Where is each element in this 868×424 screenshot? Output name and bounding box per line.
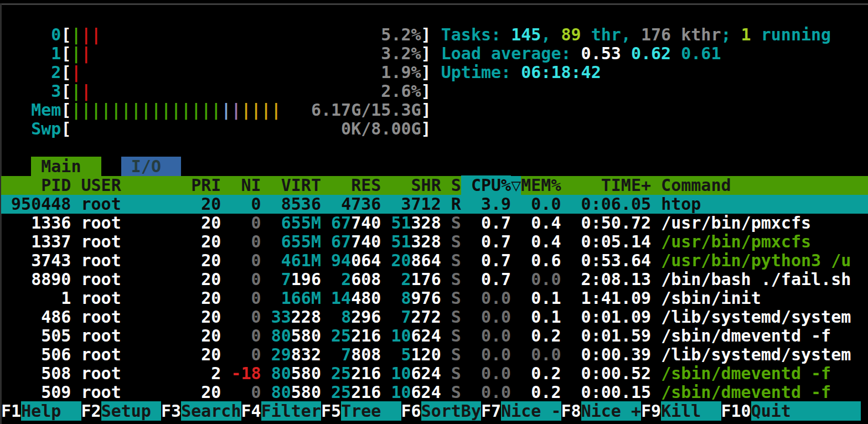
fkey-label-F3[interactable]: Search — [181, 401, 241, 421]
column-header-res[interactable]: RES — [331, 175, 381, 195]
spacer — [221, 251, 231, 270]
process-row-1337[interactable]: 1337 root 20 0 655M 67740 51328 S 0.7 0.… — [1, 232, 868, 251]
cell-pri: 20 — [191, 288, 221, 308]
spacer — [181, 364, 191, 383]
cell-virt: 8536 — [281, 194, 321, 214]
fkey-label-F8[interactable]: Nice + — [581, 401, 641, 421]
column-header-pid[interactable]: PID — [1, 175, 71, 195]
spacer — [181, 251, 191, 270]
meter-close-bracket: ] — [421, 119, 431, 138]
process-row-506[interactable]: 506 root 20 0 29832 7808 5120 S 0.0 0.0 … — [1, 345, 868, 364]
spacer — [461, 232, 471, 251]
column-header-user[interactable]: USER — [81, 175, 182, 195]
cell-mem: 0.2 — [521, 326, 561, 345]
spacer — [461, 326, 471, 345]
spacer — [561, 194, 571, 214]
spacer — [511, 213, 521, 232]
cell-virt: 580 — [291, 382, 321, 402]
process-row-950448[interactable]: 950448 root 20 0 8536 4736 3712 R 3.9 0.… — [1, 195, 868, 214]
cell-cmd: /lib/systemd/system — [661, 307, 851, 327]
fkey-label-F6[interactable]: SortBy — [421, 401, 481, 421]
cell-res: 7 — [341, 345, 351, 364]
column-header-s[interactable]: S — [451, 175, 461, 195]
process-row-1[interactable]: 1 root 20 0 166M 14480 8976 S 0.0 0.1 1:… — [1, 289, 868, 308]
column-header-mem[interactable]: MEM% — [521, 175, 561, 195]
process-row-8890[interactable]: 8890 root 20 0 7196 2608 2176 S 0.7 0.0 … — [1, 270, 868, 289]
spacer — [651, 270, 661, 289]
spacer — [321, 270, 331, 289]
column-header-ni[interactable]: NI — [231, 175, 261, 195]
fkey-label-F10[interactable]: Quit — [751, 401, 861, 421]
cell-time: 1:41.09 — [571, 288, 652, 308]
spacer — [511, 364, 521, 383]
fkey-key-F2[interactable]: F2 — [81, 401, 101, 421]
meter-close-bracket: ] — [421, 81, 431, 101]
fkey-key-F9[interactable]: F9 — [641, 401, 661, 421]
fkey-key-F4[interactable]: F4 — [241, 401, 261, 421]
process-row-1336[interactable]: 1336 root 20 0 655M 67740 51328 S 0.7 0.… — [1, 214, 868, 232]
column-header-pri[interactable]: PRI — [191, 175, 221, 195]
fkey-key-F3[interactable]: F3 — [161, 401, 181, 421]
fkey-label-F5[interactable]: Tree — [341, 401, 401, 421]
cell-cpu: 0.0 — [471, 288, 511, 308]
process-row-505[interactable]: 505 root 20 0 80580 25216 10624 S 0.0 0.… — [1, 327, 868, 345]
fkey-label-F9[interactable]: Kill — [661, 401, 721, 421]
fkey-label-F1[interactable]: Help — [21, 401, 81, 421]
spacer — [321, 213, 331, 232]
cell-ni: 0 — [231, 345, 261, 364]
column-header-shr[interactable]: SHR — [391, 175, 441, 195]
tasks-info-segment: Tasks: — [441, 25, 511, 44]
cell-shr: 176 — [411, 270, 441, 289]
cell-res: 25 — [331, 326, 351, 345]
fkey-key-F8[interactable]: F8 — [561, 401, 581, 421]
spacer — [261, 175, 271, 195]
cell-virt: 655M — [281, 213, 321, 232]
cell-pid: 505 — [1, 326, 71, 345]
column-header-cmd[interactable]: Command — [661, 175, 731, 195]
cell-pid: 486 — [1, 307, 71, 327]
fkey-label-F2[interactable]: Setup — [101, 401, 161, 421]
cell-s: S — [451, 307, 461, 327]
fkey-key-F10[interactable]: F10 — [721, 401, 751, 421]
load-average-segment: Load average: — [441, 44, 581, 63]
spacer — [261, 345, 271, 364]
fkey-label-F4[interactable]: Filter — [261, 401, 321, 421]
cell-user: root — [81, 364, 182, 383]
fkey-key-F6[interactable]: F6 — [401, 401, 421, 421]
cell-res: 4736 — [341, 194, 381, 214]
spacer — [271, 270, 281, 289]
tab-main[interactable]: Main — [31, 157, 101, 176]
process-row-3743[interactable]: 3743 root 20 0 461M 94064 20864 S 0.7 0.… — [1, 251, 868, 270]
cell-ni: 0 — [231, 213, 261, 232]
spacer — [511, 345, 521, 364]
cell-res: 740 — [351, 213, 381, 232]
fkey-key-F5[interactable]: F5 — [321, 401, 341, 421]
spacer — [441, 232, 451, 251]
process-row-486[interactable]: 486 root 20 0 33228 8296 7272 S 0.0 0.1 … — [1, 308, 868, 327]
spacer — [71, 194, 81, 214]
process-row-508[interactable]: 508 root 2 -18 80580 25216 10624 S 0.0 0… — [1, 364, 868, 383]
spacer — [381, 270, 391, 289]
tab-bar: Main I/O — [1, 157, 868, 176]
spacer — [651, 326, 661, 345]
tab-io[interactable]: I/O — [121, 157, 181, 176]
spacer — [511, 270, 521, 289]
fkey-label-F7[interactable]: Nice - — [501, 401, 561, 421]
cell-virt: 29 — [271, 345, 291, 364]
spacer — [561, 288, 571, 308]
column-header-time[interactable]: TIME+ — [571, 175, 652, 195]
fkey-key-F1[interactable]: F1 — [1, 401, 21, 421]
spacer — [71, 213, 81, 232]
load-average-segment: 0.62 — [631, 44, 681, 63]
fkey-key-F7[interactable]: F7 — [481, 401, 501, 421]
process-row-509[interactable]: 509 root 20 0 80580 25216 10624 S 0.0 0.… — [1, 383, 868, 402]
spacer — [271, 213, 281, 232]
column-header-cpu[interactable]: CPU% — [471, 175, 511, 195]
column-header-virt[interactable]: VIRT — [271, 175, 321, 195]
meter-cpu-1: 1[|| 3.2%] Load average: 0.53 0.62 0.61 — [1, 44, 868, 63]
cell-shr: 328 — [411, 213, 441, 232]
spacer — [71, 288, 81, 308]
cell-cpu: 0.7 — [471, 251, 511, 270]
cell-pid: 509 — [1, 382, 71, 402]
cell-user: root — [81, 232, 182, 251]
